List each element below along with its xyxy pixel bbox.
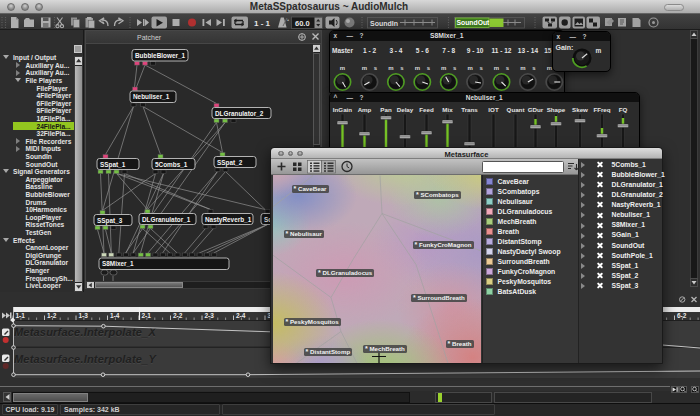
svg-text:Amp: Amp [357, 106, 371, 113]
svg-text:Skew: Skew [572, 106, 588, 113]
svg-text:m: m [339, 65, 344, 71]
svg-text:DLGranulator_1: DLGranulator_1 [142, 216, 191, 223]
svg-text:SSpat_3: SSpat_3 [97, 217, 123, 225]
svg-text:Shape: Shape [546, 106, 565, 113]
svg-text:SSpat_1: SSpat_1 [100, 161, 126, 169]
svg-text:m: m [441, 65, 446, 71]
svg-text:GDur: GDur [527, 106, 543, 113]
svg-text:60.0: 60.0 [295, 18, 310, 27]
svg-text:FFreq: FFreq [593, 106, 610, 113]
svg-text:11 - 12: 11 - 12 [491, 47, 511, 54]
svg-text:m: m [361, 65, 366, 71]
svg-text:m: m [388, 65, 393, 71]
svg-text:Quant: Quant [506, 106, 524, 113]
svg-text:•: • [287, 17, 289, 23]
svg-text:1 - 2: 1 - 2 [362, 47, 375, 54]
svg-text:Master: Master [332, 47, 353, 54]
svg-text:13 - 14: 13 - 14 [517, 47, 538, 54]
svg-text:m: m [520, 65, 525, 71]
svg-text:s: s [479, 65, 483, 71]
svg-text:Feed: Feed [419, 106, 434, 113]
svg-text:SoundOut: SoundOut [457, 19, 491, 26]
svg-text:DLGranulator_2: DLGranulator_2 [215, 110, 264, 117]
svg-text:s: s [505, 65, 509, 71]
svg-text:SSpat_2: SSpat_2 [217, 159, 243, 167]
svg-text:s: s [426, 65, 430, 71]
svg-text:Mix: Mix [442, 106, 453, 113]
svg-text:FQ: FQ [618, 106, 627, 113]
svg-text:Pan: Pan [380, 106, 392, 113]
svg-text:Delay: Delay [396, 106, 413, 113]
svg-text:s: s [453, 65, 457, 71]
svg-text:5Combs_1: 5Combs_1 [155, 161, 188, 168]
svg-text:s: s [532, 65, 536, 71]
svg-text:5 - 6: 5 - 6 [415, 47, 428, 54]
svg-text:IOT: IOT [488, 106, 499, 113]
svg-text:Trans: Trans [461, 106, 478, 113]
svg-text:S8Mixer_1: S8Mixer_1 [102, 260, 134, 267]
svg-text:NastyReverb_1: NastyReverb_1 [205, 216, 252, 224]
svg-text:9 - 10: 9 - 10 [466, 47, 483, 54]
svg-text:m: m [414, 65, 419, 71]
svg-text:3 - 4: 3 - 4 [389, 47, 402, 54]
svg-text:BubbleBlower_1: BubbleBlower_1 [135, 52, 186, 59]
svg-text:m: m [467, 65, 472, 71]
svg-text:7 - 8: 7 - 8 [442, 47, 455, 54]
svg-text:SoundIn: SoundIn [370, 19, 398, 26]
svg-text:s: s [400, 65, 404, 71]
svg-text:s: s [373, 65, 377, 71]
svg-text:m: m [493, 65, 498, 71]
svg-text:1 - 1: 1 - 1 [254, 18, 271, 27]
svg-text:Nebuliser_1: Nebuliser_1 [133, 93, 170, 100]
svg-text:m: m [546, 65, 551, 71]
svg-text:InGain: InGain [332, 106, 351, 113]
